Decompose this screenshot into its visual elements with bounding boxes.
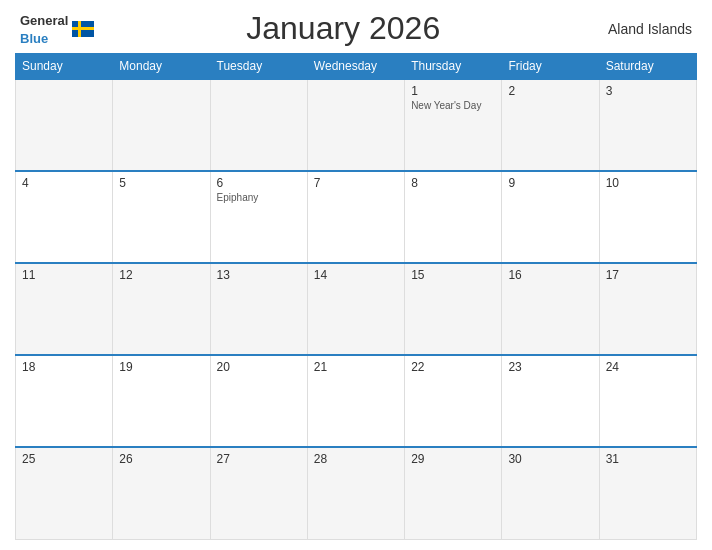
calendar-cell-w1-d6: 3 <box>599 79 696 171</box>
calendar-cell-w5-d6: 31 <box>599 447 696 539</box>
logo-flag-icon <box>72 21 94 37</box>
calendar-cell-w4-d5: 23 <box>502 355 599 447</box>
day-number: 22 <box>411 360 495 374</box>
calendar-cell-w2-d1: 5 <box>113 171 210 263</box>
day-number: 15 <box>411 268 495 282</box>
day-number: 16 <box>508 268 592 282</box>
calendar-cell-w4-d0: 18 <box>16 355 113 447</box>
day-number: 2 <box>508 84 592 98</box>
weekday-header-wednesday: Wednesday <box>307 54 404 80</box>
calendar-cell-w2-d4: 8 <box>405 171 502 263</box>
day-number: 12 <box>119 268 203 282</box>
day-number: 9 <box>508 176 592 190</box>
calendar-cell-w1-d3 <box>307 79 404 171</box>
day-number: 13 <box>217 268 301 282</box>
day-number: 30 <box>508 452 592 466</box>
week-row-4: 18192021222324 <box>16 355 697 447</box>
calendar-cell-w4-d6: 24 <box>599 355 696 447</box>
calendar-cell-w4-d3: 21 <box>307 355 404 447</box>
calendar-cell-w4-d1: 19 <box>113 355 210 447</box>
day-number: 14 <box>314 268 398 282</box>
calendar-wrapper: General Blue January 2026 Aland Islands … <box>0 0 712 550</box>
calendar-cell-w2-d3: 7 <box>307 171 404 263</box>
weekday-header-sunday: Sunday <box>16 54 113 80</box>
day-number: 17 <box>606 268 690 282</box>
day-event: New Year's Day <box>411 100 495 111</box>
day-number: 7 <box>314 176 398 190</box>
calendar-cell-w3-d2: 13 <box>210 263 307 355</box>
calendar-cell-w1-d4: 1New Year's Day <box>405 79 502 171</box>
day-event: Epiphany <box>217 192 301 203</box>
calendar-cell-w3-d6: 17 <box>599 263 696 355</box>
week-row-3: 11121314151617 <box>16 263 697 355</box>
day-number: 24 <box>606 360 690 374</box>
day-number: 21 <box>314 360 398 374</box>
calendar-cell-w1-d0 <box>16 79 113 171</box>
calendar-cell-w1-d2 <box>210 79 307 171</box>
day-number: 3 <box>606 84 690 98</box>
calendar-cell-w1-d5: 2 <box>502 79 599 171</box>
weekday-header-saturday: Saturday <box>599 54 696 80</box>
weekday-header-tuesday: Tuesday <box>210 54 307 80</box>
day-number: 18 <box>22 360 106 374</box>
calendar-cell-w5-d0: 25 <box>16 447 113 539</box>
week-row-5: 25262728293031 <box>16 447 697 539</box>
calendar-cell-w3-d4: 15 <box>405 263 502 355</box>
day-number: 31 <box>606 452 690 466</box>
calendar-cell-w5-d2: 27 <box>210 447 307 539</box>
day-number: 28 <box>314 452 398 466</box>
region-label: Aland Islands <box>592 21 692 37</box>
day-number: 23 <box>508 360 592 374</box>
calendar-cell-w3-d5: 16 <box>502 263 599 355</box>
day-number: 5 <box>119 176 203 190</box>
calendar-title: January 2026 <box>94 10 592 47</box>
calendar-cell-w2-d5: 9 <box>502 171 599 263</box>
weekday-header-thursday: Thursday <box>405 54 502 80</box>
svg-rect-2 <box>72 27 94 30</box>
calendar-cell-w5-d3: 28 <box>307 447 404 539</box>
weekday-header-monday: Monday <box>113 54 210 80</box>
logo-blue: Blue <box>20 31 48 46</box>
logo: General Blue <box>20 11 94 47</box>
calendar-table: SundayMondayTuesdayWednesdayThursdayFrid… <box>15 53 697 540</box>
calendar-cell-w4-d2: 20 <box>210 355 307 447</box>
calendar-cell-w2-d2: 6Epiphany <box>210 171 307 263</box>
weekday-header-friday: Friday <box>502 54 599 80</box>
calendar-cell-w5-d5: 30 <box>502 447 599 539</box>
calendar-cell-w3-d3: 14 <box>307 263 404 355</box>
calendar-cell-w2-d6: 10 <box>599 171 696 263</box>
weekday-header-row: SundayMondayTuesdayWednesdayThursdayFrid… <box>16 54 697 80</box>
day-number: 25 <box>22 452 106 466</box>
logo-text: General Blue <box>20 11 68 47</box>
day-number: 6 <box>217 176 301 190</box>
day-number: 1 <box>411 84 495 98</box>
day-number: 26 <box>119 452 203 466</box>
day-number: 19 <box>119 360 203 374</box>
calendar-cell-w3-d1: 12 <box>113 263 210 355</box>
day-number: 4 <box>22 176 106 190</box>
day-number: 10 <box>606 176 690 190</box>
day-number: 29 <box>411 452 495 466</box>
calendar-cell-w5-d1: 26 <box>113 447 210 539</box>
day-number: 11 <box>22 268 106 282</box>
week-row-2: 456Epiphany78910 <box>16 171 697 263</box>
calendar-header: General Blue January 2026 Aland Islands <box>15 10 697 47</box>
logo-general: General <box>20 13 68 28</box>
calendar-cell-w2-d0: 4 <box>16 171 113 263</box>
calendar-cell-w3-d0: 11 <box>16 263 113 355</box>
day-number: 27 <box>217 452 301 466</box>
calendar-cell-w1-d1 <box>113 79 210 171</box>
day-number: 20 <box>217 360 301 374</box>
day-number: 8 <box>411 176 495 190</box>
calendar-cell-w5-d4: 29 <box>405 447 502 539</box>
week-row-1: 1New Year's Day23 <box>16 79 697 171</box>
calendar-cell-w4-d4: 22 <box>405 355 502 447</box>
